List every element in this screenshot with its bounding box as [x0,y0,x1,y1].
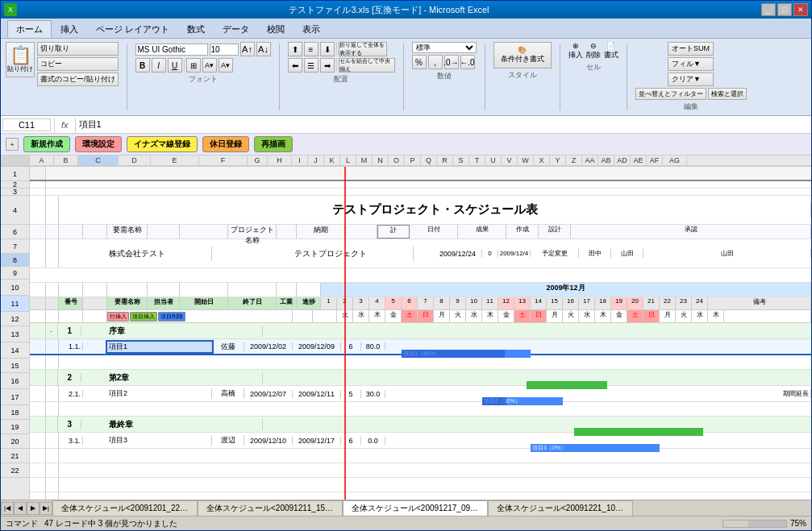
day-10[interactable]: 10 [466,297,482,309]
chapter-2-name[interactable]: 第2章 [106,372,263,384]
chapter-1-num[interactable]: 1 [58,326,81,335]
formula-input[interactable] [79,120,810,130]
sheet-tab-2[interactable]: 全体スケジュール<20091211_154254698> [198,500,343,516]
chapter-1-name[interactable]: 序章 [106,326,263,337]
row-13[interactable]: 13 [1,326,29,342]
day-22[interactable]: 22 [660,297,676,309]
day-9[interactable]: 9 [450,297,466,309]
item-2-end[interactable]: 2009/12/11 [293,390,341,398]
col-V[interactable]: V [502,156,518,165]
col-AF[interactable]: AF [647,156,663,165]
item-3-name[interactable]: 項目3 [107,435,212,446]
maximize-button[interactable]: □ [777,3,792,16]
decrease-decimal-button[interactable]: ←.0 [460,55,475,69]
row-16[interactable]: 16 [1,373,29,389]
item-3-progress[interactable]: 0.0 [361,437,385,445]
day-21[interactable]: 21 [643,297,660,309]
sheet-nav-prev[interactable]: ◀ [14,502,27,515]
insert-row-button[interactable]: 行挿入 [107,312,129,322]
col-T[interactable]: T [469,156,485,165]
item-1-name[interactable]: 項目1 [107,342,212,352]
row-17[interactable]: 17 [1,389,29,405]
row-7[interactable]: 7 [1,239,29,254]
row-15[interactable]: 15 [1,359,29,373]
item-3-days[interactable]: 6 [341,437,361,445]
item-2-days[interactable]: 5 [341,390,361,398]
font-color-button[interactable]: A▾ [219,58,233,73]
col-U[interactable]: U [485,156,502,165]
item-1-assignee[interactable]: 佐藤 [212,342,244,352]
align-bottom-button[interactable]: ⬇ [320,42,335,56]
tab-home[interactable]: ホーム [7,20,52,38]
col-D[interactable]: D [119,156,151,165]
row-22[interactable]: 22 [1,463,29,478]
row-14[interactable]: 14 [1,342,29,359]
underline-button[interactable]: U [168,58,182,73]
new-button[interactable]: 新規作成 [23,136,70,152]
sheet-nav-last[interactable]: ▶| [40,502,52,515]
window-controls[interactable]: _ □ ✕ [761,3,808,16]
zoom-slider[interactable] [722,520,787,528]
item-1-start[interactable]: 2009/12/02 [244,342,293,351]
col-H[interactable]: H [268,156,292,165]
cell-3-col1[interactable] [30,189,46,195]
italic-button[interactable]: I [152,58,166,73]
align-right-button[interactable]: ➡ [320,58,335,73]
col-Z[interactable]: Z [566,156,582,165]
close-button[interactable]: ✕ [793,3,808,16]
day-4[interactable]: 4 [369,297,385,309]
number-format-select[interactable]: 標準 [412,42,477,53]
col-O[interactable]: O [389,156,405,165]
day-8[interactable]: 8 [434,297,450,309]
item-1-days[interactable]: 6 [341,342,361,351]
border-button[interactable]: ⊞ [186,58,201,73]
env-button[interactable]: 環境設定 [75,136,122,152]
row-6[interactable]: 6 [1,225,29,239]
item-3-num[interactable]: 3.1. [59,437,83,445]
day-1[interactable]: 1 [321,297,337,309]
align-left-button[interactable]: ⬅ [288,58,302,73]
sheet-tab-4[interactable]: 全体スケジュール<20091221_101229966> [488,500,633,516]
row-8[interactable]: 8 [1,254,29,267]
delete-button[interactable]: ⊖ 削除 [586,42,601,60]
format-painter-button[interactable]: 書式のコピー/貼り付け [37,73,119,86]
item-2-assignee[interactable]: 高橋 [212,388,244,399]
col-S[interactable]: S [453,156,469,165]
row-18[interactable]: 18 [1,405,29,420]
insert-button[interactable]: ⊕ 挿入 [568,42,583,60]
col-J[interactable]: J [308,156,324,165]
clear-button[interactable]: クリア▼ [668,73,714,86]
auto-sum-button[interactable]: オートSUM [668,42,714,56]
day-3[interactable]: 3 [353,297,369,309]
bold-button[interactable]: B [135,58,150,73]
row-20[interactable]: 20 [1,434,29,449]
find-select-button[interactable]: 検索と選択 [708,88,747,100]
format-button[interactable]: 📄 書式 [604,42,618,60]
day-2[interactable]: 2 [337,297,353,309]
tab-data[interactable]: データ [214,20,258,38]
item-2-start[interactable]: 2009/12/07 [244,390,293,398]
item-3-start[interactable]: 2009/12/10 [244,437,293,445]
day-17[interactable]: 17 [579,297,595,309]
cell-2-col1[interactable] [30,181,46,188]
col-G[interactable]: G [248,156,268,165]
col-Y[interactable]: Y [550,156,566,165]
row-4-5[interactable]: 4 [1,196,29,225]
align-middle-button[interactable]: ≡ [304,42,319,56]
col-AB[interactable]: AB [598,156,614,165]
font-shrink-button[interactable]: A↓ [256,42,271,56]
item-1-progress[interactable]: 80.0 [361,342,385,351]
day-15[interactable]: 15 [547,297,563,309]
col-X[interactable]: X [534,156,550,165]
item-3-end[interactable]: 2009/12/17 [293,437,341,445]
col-K[interactable]: K [324,156,340,165]
row-9[interactable]: 9 [1,267,29,280]
insert-item-button[interactable]: 項目挿入 [130,312,157,322]
merge-button[interactable]: セルを結合して中央揃え [339,58,395,73]
delete-item-button[interactable]: 項目削除 [158,312,185,322]
day-24[interactable]: 24 [692,297,708,309]
col-W[interactable]: W [518,156,534,165]
item-1-end[interactable]: 2009/12/09 [293,342,341,351]
col-E[interactable]: E [151,156,199,165]
sheet-nav-next[interactable]: ▶ [27,502,40,515]
